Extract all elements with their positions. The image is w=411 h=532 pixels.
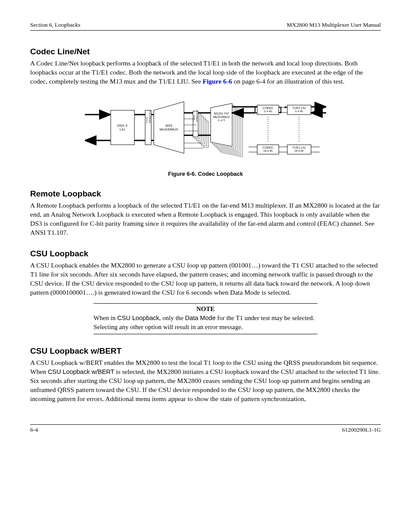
svg-marker-23 <box>211 103 232 146</box>
figure-caption: Figure 6-6. Codec Loopback <box>30 171 381 177</box>
header-right: MX2800 M13 Multiplexer User Manual <box>287 22 381 28</box>
stack-ds2-m12: DS2 FRAMER M12/G.747MUX/DMUX(1 of 7) <box>193 103 243 157</box>
text-sans: CSU Loopback w/BERT <box>48 368 114 375</box>
text: When in <box>93 314 117 321</box>
footer-page-number: 6-4 <box>30 426 38 433</box>
paragraph-codec: A Codec Line/Net loopback performs a loo… <box>30 59 381 86</box>
diagram-svg: DSX-3LIU DS3 FRAMER M23MUX/DMUX DS2 FRAM… <box>85 97 326 166</box>
header-rule <box>30 30 381 31</box>
paragraph-csu: A CSU Loopback enables the MX2800 to gen… <box>30 261 381 297</box>
label-liu1-sub: (1 of 28) <box>295 110 303 112</box>
figure-link[interactable]: Figure 6-6 <box>202 78 232 85</box>
text: on page 6-4 for an illustration of this … <box>232 78 345 85</box>
note-title: NOTE <box>93 305 318 313</box>
footer-doc-id: 61200290L1-1G <box>342 426 381 433</box>
paragraph-remote: A Remote Loopback performs a loopback of… <box>30 201 381 237</box>
note-body: When in CSU Loopback, only the Data Mode… <box>93 314 318 331</box>
heading-csu-loopback: CSU Loopback <box>30 249 381 258</box>
heading-csu-loopback-bert: CSU Loopback w/BERT <box>30 346 381 356</box>
label-codec1: CODEC <box>262 106 273 109</box>
text: , only the <box>159 314 185 321</box>
heading-remote-loopback: Remote Loopback <box>30 189 381 199</box>
text-sans: CSU Loopback <box>117 314 159 321</box>
label-liu28-sub: (28 of 28) <box>294 149 304 152</box>
label-liu28: T1/E1 LIU <box>292 146 306 149</box>
page-header: Section 6, Loopbacks MX2800 M13 Multiple… <box>30 22 381 28</box>
heading-codec-line-net: Codec Line/Net <box>30 47 381 56</box>
header-left: Section 6, Loopbacks <box>30 22 81 28</box>
label-codec28-sub: (28 of 28) <box>263 149 273 152</box>
label-codec28: CODEC <box>262 146 273 149</box>
label-liu1: T1/E1 LIU <box>292 106 306 109</box>
figure-codec-loopback: DSX-3LIU DS3 FRAMER M23MUX/DMUX DS2 FRAM… <box>30 97 381 168</box>
page-footer: 6-4 61200290L1-1G <box>30 424 381 433</box>
paragraph-csu-bert: A CSU Loopback w/BERT enables the MX2800… <box>30 358 381 404</box>
note-block: NOTE When in CSU Loopback, only the Data… <box>93 303 318 334</box>
text-sans: Data Mode <box>185 314 216 321</box>
label-codec1-sub: (1 of 28) <box>264 110 272 112</box>
